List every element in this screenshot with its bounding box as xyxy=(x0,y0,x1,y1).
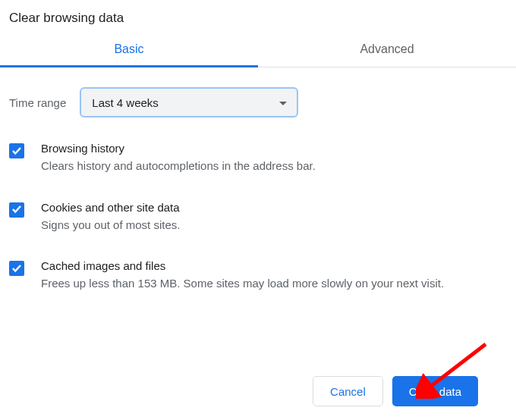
checkbox-browsing-history[interactable] xyxy=(9,143,24,158)
checkbox-cached[interactable] xyxy=(9,261,24,276)
time-range-value: Last 4 weeks xyxy=(92,96,159,109)
option-browsing-history: Browsing history Clears history and auto… xyxy=(9,130,507,189)
option-desc: Clears history and autocompletions in th… xyxy=(41,158,507,175)
tabs: Basic Advanced xyxy=(0,33,516,67)
dialog-title: Clear browsing data xyxy=(0,0,516,33)
tab-advanced[interactable]: Advanced xyxy=(258,33,516,67)
chevron-down-icon xyxy=(278,96,288,109)
options-list: Browsing history Clears history and auto… xyxy=(0,125,516,306)
checkmark-icon xyxy=(11,145,22,158)
option-title: Cached images and files xyxy=(41,259,507,272)
clear-data-button[interactable]: Clear data xyxy=(392,376,478,406)
cancel-button[interactable]: Cancel xyxy=(313,376,383,406)
checkbox-cookies[interactable] xyxy=(9,202,24,218)
option-cookies: Cookies and other site data Signs you ou… xyxy=(9,189,507,248)
dialog-buttons: Cancel Clear data xyxy=(313,376,478,406)
option-desc: Signs you out of most sites. xyxy=(41,217,507,234)
option-cached: Cached images and files Frees up less th… xyxy=(9,247,507,306)
option-title: Browsing history xyxy=(41,142,507,155)
option-title: Cookies and other site data xyxy=(41,201,507,214)
time-range-label: Time range xyxy=(9,96,66,109)
option-desc: Frees up less than 153 MB. Some sites ma… xyxy=(41,275,507,293)
tab-basic[interactable]: Basic xyxy=(0,33,258,67)
checkmark-icon xyxy=(11,203,22,216)
checkmark-icon xyxy=(11,262,22,275)
time-range-select[interactable]: Last 4 weeks xyxy=(80,87,298,118)
time-range-row: Time range Last 4 weeks xyxy=(0,67,516,125)
